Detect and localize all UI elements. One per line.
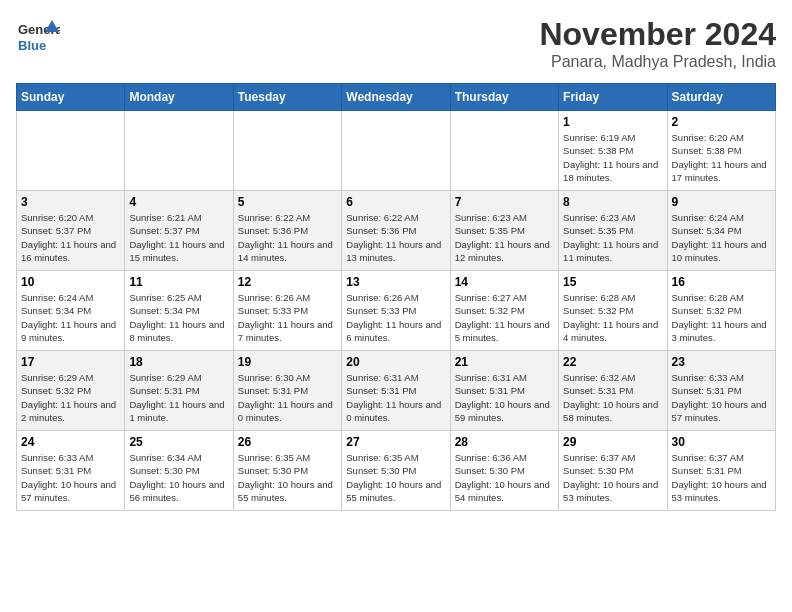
day-cell: 27Sunrise: 6:35 AMSunset: 5:30 PMDayligh…	[342, 431, 450, 511]
day-number: 9	[672, 195, 771, 209]
day-info: Sunrise: 6:31 AMSunset: 5:31 PMDaylight:…	[346, 371, 445, 424]
week-row-4: 17Sunrise: 6:29 AMSunset: 5:32 PMDayligh…	[17, 351, 776, 431]
day-info: Sunrise: 6:37 AMSunset: 5:31 PMDaylight:…	[672, 451, 771, 504]
weekday-header-saturday: Saturday	[667, 84, 775, 111]
day-cell: 22Sunrise: 6:32 AMSunset: 5:31 PMDayligh…	[559, 351, 667, 431]
day-number: 23	[672, 355, 771, 369]
day-info: Sunrise: 6:37 AMSunset: 5:30 PMDaylight:…	[563, 451, 662, 504]
day-info: Sunrise: 6:23 AMSunset: 5:35 PMDaylight:…	[455, 211, 554, 264]
day-info: Sunrise: 6:30 AMSunset: 5:31 PMDaylight:…	[238, 371, 337, 424]
day-info: Sunrise: 6:25 AMSunset: 5:34 PMDaylight:…	[129, 291, 228, 344]
page-header: General Blue November 2024 Panara, Madhy…	[16, 16, 776, 71]
day-cell: 5Sunrise: 6:22 AMSunset: 5:36 PMDaylight…	[233, 191, 341, 271]
day-number: 1	[563, 115, 662, 129]
title-area: November 2024 Panara, Madhya Pradesh, In…	[539, 16, 776, 71]
month-title: November 2024	[539, 16, 776, 53]
day-number: 17	[21, 355, 120, 369]
day-number: 14	[455, 275, 554, 289]
week-row-2: 3Sunrise: 6:20 AMSunset: 5:37 PMDaylight…	[17, 191, 776, 271]
day-cell: 14Sunrise: 6:27 AMSunset: 5:32 PMDayligh…	[450, 271, 558, 351]
day-number: 15	[563, 275, 662, 289]
weekday-header-wednesday: Wednesday	[342, 84, 450, 111]
day-number: 16	[672, 275, 771, 289]
day-number: 25	[129, 435, 228, 449]
week-row-1: 1Sunrise: 6:19 AMSunset: 5:38 PMDaylight…	[17, 111, 776, 191]
day-info: Sunrise: 6:28 AMSunset: 5:32 PMDaylight:…	[672, 291, 771, 344]
day-cell: 3Sunrise: 6:20 AMSunset: 5:37 PMDaylight…	[17, 191, 125, 271]
day-info: Sunrise: 6:35 AMSunset: 5:30 PMDaylight:…	[346, 451, 445, 504]
day-info: Sunrise: 6:33 AMSunset: 5:31 PMDaylight:…	[21, 451, 120, 504]
day-info: Sunrise: 6:24 AMSunset: 5:34 PMDaylight:…	[21, 291, 120, 344]
day-info: Sunrise: 6:22 AMSunset: 5:36 PMDaylight:…	[238, 211, 337, 264]
day-info: Sunrise: 6:24 AMSunset: 5:34 PMDaylight:…	[672, 211, 771, 264]
day-number: 20	[346, 355, 445, 369]
day-cell: 20Sunrise: 6:31 AMSunset: 5:31 PMDayligh…	[342, 351, 450, 431]
day-cell: 19Sunrise: 6:30 AMSunset: 5:31 PMDayligh…	[233, 351, 341, 431]
day-number: 13	[346, 275, 445, 289]
day-info: Sunrise: 6:35 AMSunset: 5:30 PMDaylight:…	[238, 451, 337, 504]
day-cell: 6Sunrise: 6:22 AMSunset: 5:36 PMDaylight…	[342, 191, 450, 271]
weekday-header-row: SundayMondayTuesdayWednesdayThursdayFrid…	[17, 84, 776, 111]
day-cell: 1Sunrise: 6:19 AMSunset: 5:38 PMDaylight…	[559, 111, 667, 191]
day-cell	[233, 111, 341, 191]
day-info: Sunrise: 6:23 AMSunset: 5:35 PMDaylight:…	[563, 211, 662, 264]
day-cell: 21Sunrise: 6:31 AMSunset: 5:31 PMDayligh…	[450, 351, 558, 431]
svg-text:Blue: Blue	[18, 38, 46, 53]
day-cell: 12Sunrise: 6:26 AMSunset: 5:33 PMDayligh…	[233, 271, 341, 351]
day-cell: 24Sunrise: 6:33 AMSunset: 5:31 PMDayligh…	[17, 431, 125, 511]
day-cell: 25Sunrise: 6:34 AMSunset: 5:30 PMDayligh…	[125, 431, 233, 511]
day-cell: 9Sunrise: 6:24 AMSunset: 5:34 PMDaylight…	[667, 191, 775, 271]
day-cell: 4Sunrise: 6:21 AMSunset: 5:37 PMDaylight…	[125, 191, 233, 271]
day-info: Sunrise: 6:34 AMSunset: 5:30 PMDaylight:…	[129, 451, 228, 504]
day-info: Sunrise: 6:32 AMSunset: 5:31 PMDaylight:…	[563, 371, 662, 424]
day-cell: 28Sunrise: 6:36 AMSunset: 5:30 PMDayligh…	[450, 431, 558, 511]
day-number: 30	[672, 435, 771, 449]
day-cell: 8Sunrise: 6:23 AMSunset: 5:35 PMDaylight…	[559, 191, 667, 271]
day-info: Sunrise: 6:20 AMSunset: 5:37 PMDaylight:…	[21, 211, 120, 264]
day-cell: 18Sunrise: 6:29 AMSunset: 5:31 PMDayligh…	[125, 351, 233, 431]
day-number: 11	[129, 275, 228, 289]
day-number: 21	[455, 355, 554, 369]
day-info: Sunrise: 6:26 AMSunset: 5:33 PMDaylight:…	[238, 291, 337, 344]
day-info: Sunrise: 6:36 AMSunset: 5:30 PMDaylight:…	[455, 451, 554, 504]
weekday-header-sunday: Sunday	[17, 84, 125, 111]
day-number: 29	[563, 435, 662, 449]
day-cell: 11Sunrise: 6:25 AMSunset: 5:34 PMDayligh…	[125, 271, 233, 351]
day-cell: 7Sunrise: 6:23 AMSunset: 5:35 PMDaylight…	[450, 191, 558, 271]
day-number: 19	[238, 355, 337, 369]
day-number: 3	[21, 195, 120, 209]
week-row-5: 24Sunrise: 6:33 AMSunset: 5:31 PMDayligh…	[17, 431, 776, 511]
day-info: Sunrise: 6:21 AMSunset: 5:37 PMDaylight:…	[129, 211, 228, 264]
day-number: 8	[563, 195, 662, 209]
day-info: Sunrise: 6:19 AMSunset: 5:38 PMDaylight:…	[563, 131, 662, 184]
day-cell: 26Sunrise: 6:35 AMSunset: 5:30 PMDayligh…	[233, 431, 341, 511]
day-number: 27	[346, 435, 445, 449]
day-number: 26	[238, 435, 337, 449]
weekday-header-tuesday: Tuesday	[233, 84, 341, 111]
day-cell	[125, 111, 233, 191]
day-info: Sunrise: 6:29 AMSunset: 5:31 PMDaylight:…	[129, 371, 228, 424]
day-number: 5	[238, 195, 337, 209]
day-info: Sunrise: 6:26 AMSunset: 5:33 PMDaylight:…	[346, 291, 445, 344]
weekday-header-monday: Monday	[125, 84, 233, 111]
day-cell: 30Sunrise: 6:37 AMSunset: 5:31 PMDayligh…	[667, 431, 775, 511]
calendar-table: SundayMondayTuesdayWednesdayThursdayFrid…	[16, 83, 776, 511]
day-cell: 29Sunrise: 6:37 AMSunset: 5:30 PMDayligh…	[559, 431, 667, 511]
day-number: 6	[346, 195, 445, 209]
logo-svg: General Blue	[16, 16, 60, 60]
day-cell: 13Sunrise: 6:26 AMSunset: 5:33 PMDayligh…	[342, 271, 450, 351]
location: Panara, Madhya Pradesh, India	[539, 53, 776, 71]
day-cell: 23Sunrise: 6:33 AMSunset: 5:31 PMDayligh…	[667, 351, 775, 431]
day-number: 24	[21, 435, 120, 449]
day-number: 7	[455, 195, 554, 209]
day-number: 10	[21, 275, 120, 289]
day-info: Sunrise: 6:31 AMSunset: 5:31 PMDaylight:…	[455, 371, 554, 424]
day-number: 2	[672, 115, 771, 129]
week-row-3: 10Sunrise: 6:24 AMSunset: 5:34 PMDayligh…	[17, 271, 776, 351]
day-info: Sunrise: 6:27 AMSunset: 5:32 PMDaylight:…	[455, 291, 554, 344]
day-info: Sunrise: 6:29 AMSunset: 5:32 PMDaylight:…	[21, 371, 120, 424]
day-info: Sunrise: 6:28 AMSunset: 5:32 PMDaylight:…	[563, 291, 662, 344]
day-number: 18	[129, 355, 228, 369]
day-info: Sunrise: 6:22 AMSunset: 5:36 PMDaylight:…	[346, 211, 445, 264]
day-number: 22	[563, 355, 662, 369]
